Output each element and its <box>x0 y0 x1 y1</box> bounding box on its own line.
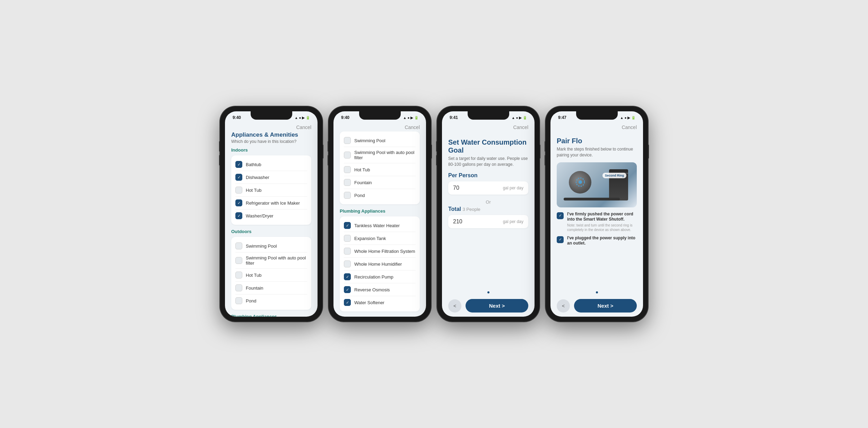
bottom-nav-3: < Next > <box>448 296 528 317</box>
checkbox-pond[interactable] <box>235 297 242 304</box>
list-item[interactable]: ✓ Dishwasher <box>235 171 307 184</box>
checkbox[interactable] <box>344 166 351 173</box>
cancel-button-3[interactable]: Cancel <box>513 125 528 130</box>
next-button-4[interactable]: Next > <box>574 299 637 313</box>
checkbox[interactable]: ✓ <box>344 299 351 306</box>
checkbox[interactable] <box>344 248 351 255</box>
cancel-button-1[interactable]: Cancel <box>296 125 311 130</box>
status-icons-4: ▲ ● ▶ 🔋 <box>620 116 635 120</box>
pair-title: Pair Flo <box>557 137 637 145</box>
cancel-button-4[interactable]: Cancel <box>622 125 637 130</box>
checkbox[interactable] <box>344 235 351 242</box>
step-text-1: I've firmly pushed the power cord into t… <box>567 212 637 232</box>
step-1[interactable]: ✓ I've firmly pushed the power cord into… <box>557 212 637 232</box>
phone-2: 9:40 ▲ ● ▶ 🔋 Cancel Swimming Pool Swimmi… <box>329 106 431 322</box>
checkbox-hottub[interactable] <box>235 187 242 194</box>
checkbox-dishwasher[interactable]: ✓ <box>235 174 242 181</box>
step-check-1[interactable]: ✓ <box>557 212 564 219</box>
list-item[interactable]: Hot Tub <box>235 184 307 197</box>
per-person-input[interactable]: 70 gal per day <box>448 181 528 195</box>
list-item[interactable]: ✓ Water Softener <box>344 296 416 309</box>
status-icons-2: ▲ ● ▶ 🔋 <box>403 116 418 120</box>
item-label: Pond <box>246 298 256 303</box>
status-icons-3: ▲ ● ▶ 🔋 <box>512 116 527 120</box>
list-item[interactable]: Hot Tub <box>344 163 416 176</box>
item-label: Pond <box>354 193 365 198</box>
list-item[interactable]: Expansion Tank <box>344 232 416 245</box>
item-label: Swimming Pool with auto pool filter <box>246 255 307 266</box>
list-item[interactable]: ✓ Washer/Dryer <box>235 209 307 222</box>
checkbox[interactable]: ✓ <box>344 222 351 229</box>
section-outdoors: Outdoors <box>231 229 311 234</box>
checkbox[interactable] <box>344 260 351 267</box>
back-button-4[interactable]: < <box>557 299 570 313</box>
list-item[interactable]: Swimming Pool with auto pool filter <box>235 252 307 269</box>
page-dot-4 <box>557 287 637 296</box>
device-circle <box>569 171 591 194</box>
checkbox[interactable]: ✓ <box>344 273 351 280</box>
checkbox-pool[interactable] <box>235 242 242 249</box>
step-text-2: I've plugged the power supply into an ou… <box>567 236 637 247</box>
checkbox-fridge[interactable]: ✓ <box>235 199 242 206</box>
item-label: Whole Home Filtration System <box>354 249 415 254</box>
checkbox-fountain[interactable] <box>235 284 242 291</box>
phone-4: 9:47 ▲ ● ▶ 🔋 Cancel Pair Flo Mark the st… <box>546 106 648 322</box>
item-label: Hot Tub <box>246 273 262 278</box>
outdoors-card-2: Swimming Pool Swimming Pool with auto po… <box>340 131 420 204</box>
total-value: 210 <box>453 219 503 225</box>
list-item[interactable]: ✓ Reverse Osmosis <box>344 283 416 296</box>
step-check-2[interactable]: ✓ <box>557 236 564 243</box>
cancel-button-2[interactable]: Cancel <box>405 125 420 130</box>
list-item[interactable]: Fountain <box>235 282 307 294</box>
list-item[interactable]: Swimming Pool <box>344 134 416 147</box>
list-item[interactable]: Swimming Pool with auto pool filter <box>344 147 416 163</box>
pair-subtitle: Mark the steps finished below to continu… <box>557 146 637 158</box>
checkbox[interactable] <box>344 192 351 199</box>
list-item[interactable]: ✓ Recirculation Pump <box>344 271 416 283</box>
goal-subtitle: Set a target for daily water use. People… <box>448 156 528 168</box>
checkbox-pool-auto[interactable] <box>235 257 242 264</box>
checkbox[interactable]: ✓ <box>344 286 351 293</box>
status-time-4: 9:47 <box>558 115 566 120</box>
checkbox[interactable] <box>344 137 351 144</box>
item-label: Bathtub <box>246 162 261 167</box>
item-label: Reverse Osmosis <box>354 287 390 292</box>
section-plumbing-2: Plumbing Appliances <box>340 208 420 214</box>
checkbox[interactable] <box>344 179 351 186</box>
list-item[interactable]: Pond <box>235 294 307 307</box>
item-label: Fountain <box>354 180 372 185</box>
item-label: Swimming Pool <box>246 243 277 249</box>
step-2[interactable]: ✓ I've plugged the power supply into an … <box>557 236 637 247</box>
total-sub: 3 People <box>462 207 480 212</box>
second-ring-label: Second Ring <box>602 173 626 178</box>
list-item[interactable]: Whole Home Humidifier <box>344 258 416 271</box>
list-item[interactable]: ✓ Tankless Water Heater <box>344 219 416 232</box>
total-input[interactable]: 210 gal per day <box>448 215 528 228</box>
list-item[interactable]: Fountain <box>344 176 416 189</box>
list-item[interactable]: Hot Tub <box>235 269 307 282</box>
checkbox[interactable] <box>344 152 351 159</box>
list-item[interactable]: Pond <box>344 189 416 202</box>
item-label: Washer/Dryer <box>246 213 274 219</box>
item-label: Whole Home Humidifier <box>354 262 402 267</box>
checkbox-hottub2[interactable] <box>235 272 242 279</box>
checkbox-washer[interactable]: ✓ <box>235 212 242 219</box>
item-label: Refrigerator with Ice Maker <box>246 200 300 206</box>
status-time-2: 9:40 <box>341 115 349 120</box>
list-item[interactable]: ✓ Refrigerator with Ice Maker <box>235 197 307 209</box>
back-button-3[interactable]: < <box>448 299 461 313</box>
step-main-2: I've plugged the power supply into an ou… <box>567 236 637 246</box>
section-indoors: Indoors <box>231 147 311 153</box>
item-label: Water Softener <box>354 300 384 305</box>
list-item[interactable]: Swimming Pool <box>235 240 307 252</box>
item-label: Hot Tub <box>354 167 370 172</box>
checkbox-bathtub[interactable]: ✓ <box>235 161 242 168</box>
total-unit: gal per day <box>503 219 523 224</box>
per-person-label: Per Person <box>448 172 528 179</box>
list-item[interactable]: ✓ Bathtub <box>235 158 307 171</box>
list-item[interactable]: Whole Home Filtration System <box>344 245 416 258</box>
item-label: Recirculation Pump <box>354 274 393 280</box>
next-button-3[interactable]: Next > <box>466 299 528 313</box>
device-image: Second Ring <box>557 162 637 207</box>
item-label: Hot Tub <box>246 188 262 193</box>
